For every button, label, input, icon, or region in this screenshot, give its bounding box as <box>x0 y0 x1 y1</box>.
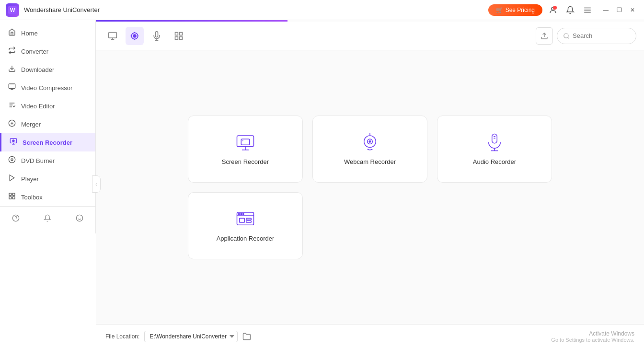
search-input[interactable] <box>573 32 630 39</box>
svg-rect-44 <box>180 32 183 35</box>
sidebar-item-label: Merger <box>21 121 41 128</box>
svg-rect-68 <box>246 221 252 223</box>
recorder-grid: Screen Recorder Webcam Recorder <box>188 116 552 259</box>
sidebar-item-toolbox[interactable]: Toolbox <box>0 188 95 206</box>
sidebar-item-video-editor[interactable]: Video Editor <box>0 97 95 115</box>
screen-recorder-icon <box>9 138 18 147</box>
sidebar-item-label: DVD Burner <box>21 157 55 164</box>
svg-rect-43 <box>175 32 178 35</box>
app-title: Wondershare UniConverter <box>24 6 488 13</box>
title-controls: 🛒 See Pricing — ❐ ✕ <box>488 3 638 17</box>
sidebar-item-label: Downloader <box>21 66 54 73</box>
svg-point-48 <box>564 33 568 37</box>
screen-recorder-label: Screen Recorder <box>222 158 269 165</box>
svg-point-57 <box>369 141 371 143</box>
sidebar-item-label: Home <box>21 30 38 37</box>
sidebar-item-label: Player <box>21 175 39 183</box>
audio-recorder-card[interactable]: Audio Recorder <box>437 116 552 183</box>
restore-button[interactable]: ❐ <box>613 4 625 16</box>
bottom-bar: File Location: E:\Wondershare UniConvert… <box>96 324 644 348</box>
application-recorder-label: Application Recorder <box>217 235 275 242</box>
search-icon <box>563 33 570 39</box>
svg-rect-26 <box>12 197 15 199</box>
sidebar-item-video-compressor[interactable]: Video Compressor <box>0 79 95 97</box>
video-editor-icon <box>8 101 16 111</box>
minimize-button[interactable]: — <box>600 4 611 16</box>
window-controls: — ❐ ✕ <box>600 4 638 16</box>
help-button[interactable] <box>8 210 23 226</box>
menu-icon-button[interactable] <box>581 3 594 17</box>
notification-icon-button[interactable] <box>564 3 577 17</box>
svg-point-36 <box>133 35 136 37</box>
video-compressor-icon <box>8 83 16 93</box>
sidebar-item-label: Toolbox <box>21 194 43 201</box>
svg-rect-67 <box>246 218 252 220</box>
svg-point-20 <box>9 156 15 162</box>
tab-webcam-button[interactable] <box>126 27 144 45</box>
close-button[interactable]: ✕ <box>627 4 638 16</box>
recorder-grid-area: Screen Recorder Webcam Recorder <box>96 50 644 324</box>
sidebar-item-downloader[interactable]: Downloader <box>0 60 95 79</box>
user-icon-button[interactable] <box>546 3 560 17</box>
screen-recorder-card[interactable]: Screen Recorder <box>188 116 303 183</box>
bell-button[interactable] <box>40 210 55 226</box>
svg-line-49 <box>568 37 569 38</box>
svg-rect-66 <box>240 218 245 222</box>
sidebar-item-screen-recorder[interactable]: Screen Recorder <box>0 133 95 151</box>
sidebar-item-player[interactable]: Player <box>0 170 95 188</box>
svg-rect-23 <box>9 193 12 196</box>
sidebar-item-converter[interactable]: Converter <box>0 42 95 60</box>
svg-point-69 <box>239 213 240 215</box>
svg-point-29 <box>76 215 82 221</box>
dvd-burner-icon <box>8 156 16 165</box>
tab-grid-button[interactable] <box>170 27 188 45</box>
svg-point-21 <box>11 159 13 161</box>
svg-marker-22 <box>10 175 14 181</box>
merger-icon <box>8 119 16 129</box>
file-location-label: File Location: <box>105 333 139 340</box>
sidebar-item-label: Screen Recorder <box>23 139 72 146</box>
see-pricing-button[interactable]: 🛒 See Pricing <box>488 4 542 16</box>
feedback-button[interactable] <box>72 210 87 226</box>
tab-screen-button[interactable] <box>104 27 122 45</box>
app-logo: W <box>6 3 19 17</box>
upload-button[interactable] <box>536 27 553 45</box>
svg-rect-46 <box>180 36 183 39</box>
activate-windows-sub: Go to Settings to activate Windows. <box>551 337 634 343</box>
main-layout: Home Converter Downloader Video Compress… <box>0 20 644 348</box>
svg-point-71 <box>242 213 244 215</box>
home-icon <box>8 28 16 38</box>
downloader-icon <box>8 65 16 74</box>
search-container <box>557 28 636 44</box>
webcam-recorder-card[interactable]: Webcam Recorder <box>312 116 427 183</box>
activate-windows: Activate Windows Go to Settings to activ… <box>551 330 634 343</box>
svg-text:W: W <box>10 7 15 13</box>
svg-rect-45 <box>175 36 178 39</box>
cart-icon: 🛒 <box>496 7 503 13</box>
application-recorder-icon <box>235 209 255 229</box>
toolbox-icon <box>8 192 16 202</box>
file-location-select[interactable]: E:\Wondershare UniConverter <box>144 331 238 342</box>
loading-bar <box>96 20 288 22</box>
sidebar-item-dvd-burner[interactable]: DVD Burner <box>0 151 95 170</box>
sidebar-item-home[interactable]: Home <box>0 24 95 42</box>
browse-folder-button[interactable] <box>242 332 251 341</box>
content-area: Screen Recorder Webcam Recorder <box>96 20 644 348</box>
top-bar <box>96 22 644 50</box>
svg-point-17 <box>12 140 14 142</box>
sidebar-item-label: Converter <box>21 48 48 55</box>
screen-recorder-icon <box>235 132 255 152</box>
sidebar-item-merger[interactable]: Merger <box>0 115 95 133</box>
application-recorder-card[interactable]: Application Recorder <box>188 192 303 259</box>
sidebar-item-label: Video Editor <box>21 103 55 110</box>
svg-rect-59 <box>492 134 497 143</box>
audio-recorder-icon <box>484 132 505 152</box>
sidebar: Home Converter Downloader Video Compress… <box>0 20 96 233</box>
sidebar-collapse-button[interactable]: ‹ <box>92 175 101 193</box>
tab-audio-button[interactable] <box>148 27 166 45</box>
sidebar-bottom <box>0 206 95 230</box>
webcam-recorder-label: Webcam Recorder <box>344 158 396 165</box>
converter-icon <box>8 46 16 56</box>
sidebar-item-label: Video Compressor <box>21 84 72 92</box>
svg-rect-32 <box>109 32 117 38</box>
